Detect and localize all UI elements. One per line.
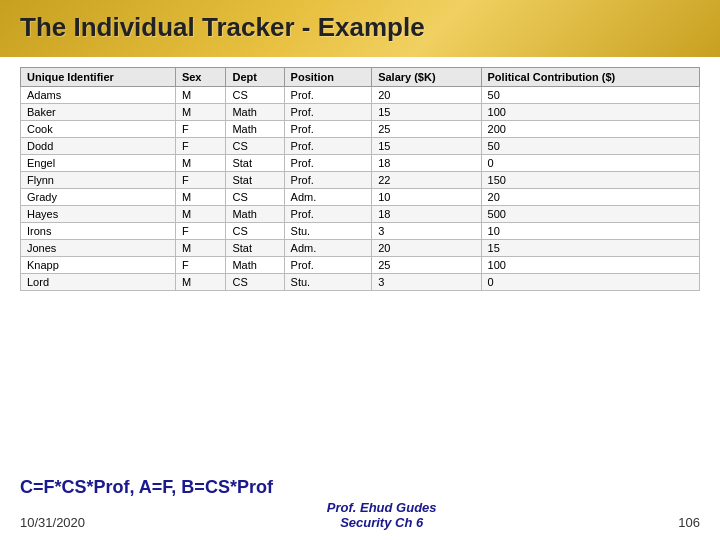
table-cell: M bbox=[175, 206, 226, 223]
table-cell: CS bbox=[226, 87, 284, 104]
table-cell: M bbox=[175, 274, 226, 291]
table-cell: CS bbox=[226, 223, 284, 240]
page-title: The Individual Tracker - Example bbox=[20, 12, 700, 43]
table-cell: M bbox=[175, 155, 226, 172]
footer-course: Security Ch 6 bbox=[327, 515, 437, 530]
table-row: EngelMStatProf.180 bbox=[21, 155, 700, 172]
table-cell: Prof. bbox=[284, 87, 372, 104]
table-cell: 3 bbox=[372, 274, 481, 291]
table-cell: 10 bbox=[372, 189, 481, 206]
table-cell: Lord bbox=[21, 274, 176, 291]
table-cell: CS bbox=[226, 274, 284, 291]
table-cell: 3 bbox=[372, 223, 481, 240]
table-cell: 18 bbox=[372, 206, 481, 223]
footer-page: 106 bbox=[678, 515, 700, 530]
table-cell: 0 bbox=[481, 155, 699, 172]
table-cell: 15 bbox=[372, 104, 481, 121]
table-cell: 200 bbox=[481, 121, 699, 138]
table-cell: Cook bbox=[21, 121, 176, 138]
table-cell: 20 bbox=[372, 240, 481, 257]
table-cell: Stat bbox=[226, 240, 284, 257]
content-area: Unique Identifier Sex Dept Position Sala… bbox=[0, 67, 720, 291]
table-cell: 15 bbox=[372, 138, 481, 155]
table-cell: M bbox=[175, 240, 226, 257]
footer-center: Prof. Ehud Gudes Security Ch 6 bbox=[327, 500, 437, 530]
table-cell: 50 bbox=[481, 138, 699, 155]
table-cell: Jones bbox=[21, 240, 176, 257]
table-cell: Grady bbox=[21, 189, 176, 206]
title-bar: The Individual Tracker - Example bbox=[0, 0, 720, 57]
table-row: KnappFMathProf.25100 bbox=[21, 257, 700, 274]
footer: C=F*CS*Prof, A=F, B=CS*Prof 10/31/2020 P… bbox=[0, 477, 720, 530]
col-header-contribution: Political Contribution ($) bbox=[481, 68, 699, 87]
table-row: BakerMMathProf.15100 bbox=[21, 104, 700, 121]
footer-bottom: 10/31/2020 Prof. Ehud Gudes Security Ch … bbox=[20, 500, 700, 530]
table-cell: Stu. bbox=[284, 274, 372, 291]
table-cell: F bbox=[175, 223, 226, 240]
table-cell: 25 bbox=[372, 257, 481, 274]
table-cell: Hayes bbox=[21, 206, 176, 223]
table-row: JonesMStatAdm.2015 bbox=[21, 240, 700, 257]
table-cell: Adm. bbox=[284, 240, 372, 257]
table-cell: 50 bbox=[481, 87, 699, 104]
table-cell: CS bbox=[226, 138, 284, 155]
footer-formula: C=F*CS*Prof, A=F, B=CS*Prof bbox=[20, 477, 700, 498]
table-row: LordMCSStu.30 bbox=[21, 274, 700, 291]
table-cell: Adams bbox=[21, 87, 176, 104]
table-cell: 15 bbox=[481, 240, 699, 257]
table-row: IronsFCSStu.310 bbox=[21, 223, 700, 240]
table-cell: F bbox=[175, 257, 226, 274]
table-cell: Dodd bbox=[21, 138, 176, 155]
table-cell: Prof. bbox=[284, 257, 372, 274]
table-cell: 150 bbox=[481, 172, 699, 189]
col-header-sex: Sex bbox=[175, 68, 226, 87]
table-cell: 20 bbox=[372, 87, 481, 104]
table-cell: Irons bbox=[21, 223, 176, 240]
table-cell: Engel bbox=[21, 155, 176, 172]
table-cell: Stat bbox=[226, 155, 284, 172]
table-cell: 10 bbox=[481, 223, 699, 240]
table-cell: Math bbox=[226, 257, 284, 274]
col-header-identifier: Unique Identifier bbox=[21, 68, 176, 87]
table-cell: F bbox=[175, 172, 226, 189]
footer-subtitle: Prof. Ehud Gudes bbox=[327, 500, 437, 515]
table-cell: Prof. bbox=[284, 121, 372, 138]
table-cell: Stat bbox=[226, 172, 284, 189]
table-row: GradyMCSAdm.1020 bbox=[21, 189, 700, 206]
table-cell: Adm. bbox=[284, 189, 372, 206]
table-cell: Math bbox=[226, 121, 284, 138]
table-cell: 20 bbox=[481, 189, 699, 206]
table-cell: Flynn bbox=[21, 172, 176, 189]
table-cell: Prof. bbox=[284, 104, 372, 121]
table-cell: 18 bbox=[372, 155, 481, 172]
table-cell: Math bbox=[226, 104, 284, 121]
table-cell: Prof. bbox=[284, 138, 372, 155]
table-cell: 100 bbox=[481, 104, 699, 121]
table-row: FlynnFStatProf.22150 bbox=[21, 172, 700, 189]
table-cell: 25 bbox=[372, 121, 481, 138]
table-cell: 500 bbox=[481, 206, 699, 223]
slide: The Individual Tracker - Example Unique … bbox=[0, 0, 720, 540]
table-row: CookFMathProf.25200 bbox=[21, 121, 700, 138]
table-cell: 22 bbox=[372, 172, 481, 189]
table-header-row: Unique Identifier Sex Dept Position Sala… bbox=[21, 68, 700, 87]
table-cell: Stu. bbox=[284, 223, 372, 240]
footer-date: 10/31/2020 bbox=[20, 515, 85, 530]
col-header-salary: Salary ($K) bbox=[372, 68, 481, 87]
table-cell: M bbox=[175, 87, 226, 104]
table-row: DoddFCSProf.1550 bbox=[21, 138, 700, 155]
table-cell: M bbox=[175, 189, 226, 206]
table-cell: Prof. bbox=[284, 206, 372, 223]
table-row: HayesMMathProf.18500 bbox=[21, 206, 700, 223]
col-header-position: Position bbox=[284, 68, 372, 87]
table-cell: F bbox=[175, 138, 226, 155]
table-cell: Prof. bbox=[284, 172, 372, 189]
table-cell: Baker bbox=[21, 104, 176, 121]
table-cell: 0 bbox=[481, 274, 699, 291]
table-row: AdamsMCSProf.2050 bbox=[21, 87, 700, 104]
table-cell: M bbox=[175, 104, 226, 121]
table-cell: Prof. bbox=[284, 155, 372, 172]
data-table: Unique Identifier Sex Dept Position Sala… bbox=[20, 67, 700, 291]
table-cell: Knapp bbox=[21, 257, 176, 274]
table-cell: CS bbox=[226, 189, 284, 206]
